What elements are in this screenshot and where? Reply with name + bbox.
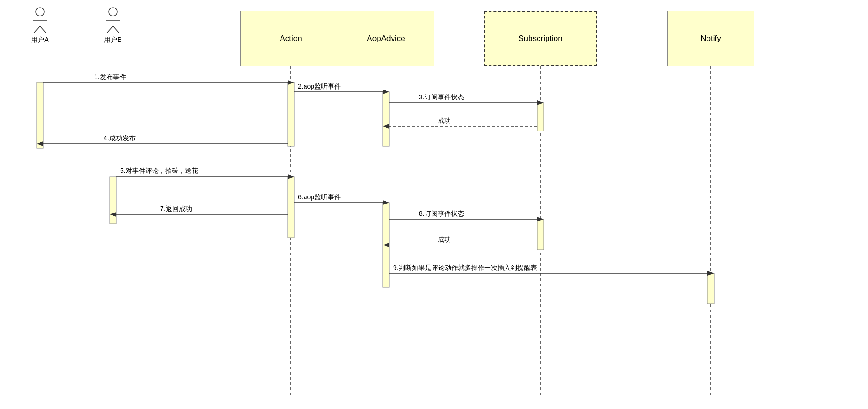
svg-point-48 <box>36 8 44 16</box>
svg-line-52 <box>40 26 46 33</box>
svg-rect-14 <box>707 273 714 304</box>
actor-userB-label: 用户B <box>99 36 127 44</box>
actor-subscription-label: Subscription <box>518 34 563 43</box>
actor-action-label: Action <box>280 34 302 43</box>
actor-notify: Notify <box>667 11 754 66</box>
actor-userB: 用户B <box>99 7 127 44</box>
actor-userA: 用户A <box>26 7 54 44</box>
svg-text:9.判断如果是评论动作就多操作一次插入到提醒表: 9.判断如果是评论动作就多操作一次插入到提醒表 <box>393 264 537 271</box>
svg-text:3.订阅事件状态: 3.订阅事件状态 <box>419 93 464 101</box>
svg-line-56 <box>107 26 113 33</box>
actor-action: Action <box>240 11 342 66</box>
svg-rect-8 <box>288 82 294 146</box>
svg-rect-12 <box>537 103 544 131</box>
svg-text:2.aop监听事件: 2.aop监听事件 <box>298 82 341 90</box>
svg-text:6.aop监听事件: 6.aop监听事件 <box>298 193 341 201</box>
svg-rect-6 <box>37 82 43 148</box>
svg-rect-10 <box>383 92 389 146</box>
svg-text:成功: 成功 <box>438 117 451 124</box>
actor-aopadvice-label: AopAdvice <box>367 34 405 43</box>
actor-aopadvice: AopAdvice <box>338 11 434 66</box>
svg-rect-7 <box>110 177 116 224</box>
actor-notify-label: Notify <box>700 34 721 43</box>
svg-text:4.成功发布: 4.成功发布 <box>104 134 136 142</box>
svg-rect-9 <box>288 177 294 238</box>
svg-text:8.订阅事件状态: 8.订阅事件状态 <box>419 210 464 217</box>
svg-text:5.对事件评论，拍砖，送花: 5.对事件评论，拍砖，送花 <box>120 167 198 174</box>
svg-point-53 <box>109 8 117 16</box>
svg-line-51 <box>34 26 40 33</box>
sequence-diagram: 1.发布事件 2.aop监听事件 3.订阅事件状态 成功 4.成功发布 5.对事… <box>0 0 868 409</box>
svg-text:7.返回成功: 7.返回成功 <box>160 205 192 213</box>
svg-text:成功: 成功 <box>438 236 451 243</box>
svg-rect-13 <box>537 219 544 250</box>
actor-userA-label: 用户A <box>26 36 54 44</box>
svg-text:1.发布事件: 1.发布事件 <box>94 73 126 81</box>
actor-subscription: Subscription <box>484 11 597 66</box>
svg-line-57 <box>113 26 119 33</box>
